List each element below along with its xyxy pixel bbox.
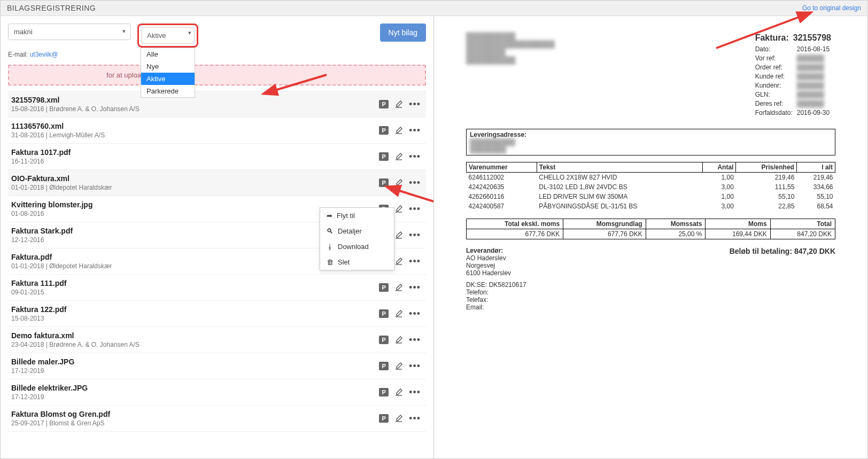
park-icon[interactable]: P: [379, 152, 389, 161]
account-select[interactable]: makni: [8, 24, 131, 40]
more-icon[interactable]: •••: [409, 259, 421, 264]
file-row[interactable]: Billede elektriker.JPG17-12-2019P•••: [8, 379, 426, 406]
invoice-line: 4242420635DL-3102 LED 1,8W 24VDC BS3,001…: [467, 182, 835, 192]
more-icon[interactable]: •••: [409, 337, 421, 343]
invoice-meta-table: Dato:2016-08-15Vor ref:██████Order ref:█…: [754, 44, 834, 118]
invoice-line: 4242400587PÅBYGNINGSDÅSE DL-31/51 BS3,00…: [467, 201, 835, 211]
park-icon[interactable]: P: [379, 414, 389, 423]
status-dropdown-list: Alle Nye Aktive Parkerede: [141, 48, 195, 98]
more-icon[interactable]: •••: [409, 416, 421, 421]
more-icon[interactable]: •••: [409, 363, 421, 369]
status-select[interactable]: Aktive: [141, 27, 195, 44]
status-option-parkerede[interactable]: Parkerede: [141, 85, 195, 97]
edit-icon[interactable]: [394, 126, 404, 135]
park-icon[interactable]: P: [379, 283, 389, 292]
file-row[interactable]: Faktura 111.pdf09-01-2015P•••: [8, 275, 426, 301]
more-icon[interactable]: •••: [409, 232, 421, 238]
edit-icon[interactable]: [394, 178, 404, 188]
page-title: BILAGSREGISTRERING: [7, 4, 96, 12]
park-icon[interactable]: P: [379, 100, 389, 108]
more-icon[interactable]: •••: [409, 285, 421, 290]
ctx-move[interactable]: ➦Flyt til: [320, 208, 394, 223]
edit-icon[interactable]: [394, 152, 404, 161]
more-icon[interactable]: •••: [409, 311, 421, 316]
status-option-alle[interactable]: Alle: [141, 48, 195, 60]
file-sub: 25-09-2017 | Blomst & Gren ApS: [11, 419, 379, 427]
ctx-download[interactable]: ⭳Download: [320, 239, 394, 254]
invoice-totals-table: Total ekskl. moms Momsgrundlag Momssats …: [466, 219, 835, 239]
context-menu: ➦Flyt til 🔍︎Detaljer ⭳Download 🗑Slet: [320, 207, 394, 270]
invoice-label: Faktura:: [755, 33, 792, 43]
file-name: Demo faktura.xml: [11, 331, 379, 340]
file-name: 111365760.xml: [11, 122, 379, 130]
edit-icon[interactable]: [394, 335, 404, 345]
more-icon[interactable]: •••: [409, 102, 421, 107]
file-sub: 23-04-2018 | Brødrene A. & O. Johansen A…: [11, 341, 379, 348]
more-icon[interactable]: •••: [409, 154, 421, 159]
share-icon: ➦: [327, 212, 332, 220]
email-label: E-mail:: [8, 51, 30, 58]
status-option-nye[interactable]: Nye: [141, 60, 195, 73]
edit-icon[interactable]: [394, 230, 404, 240]
park-icon[interactable]: P: [379, 178, 389, 187]
more-icon[interactable]: •••: [409, 390, 421, 395]
supplier-block: Leverandør: AO HaderslevNorgesvej6100 Ha…: [466, 247, 526, 311]
park-icon[interactable]: P: [379, 336, 389, 344]
magnifier-icon: 🔍︎: [327, 227, 334, 235]
edit-icon[interactable]: [394, 256, 404, 266]
file-sub: 17-12-2019: [11, 367, 379, 375]
edit-icon[interactable]: [394, 99, 404, 109]
ctx-details[interactable]: 🔍︎Detaljer: [320, 223, 394, 239]
download-icon: ⭳: [327, 243, 334, 251]
edit-icon[interactable]: [394, 414, 404, 423]
file-row[interactable]: Faktura 1017.pdf16-11-2016P•••: [8, 144, 426, 170]
file-row[interactable]: Faktura 122.pdf15-08-2013P•••: [8, 301, 426, 327]
file-sub: 16-11-2016: [11, 158, 379, 165]
file-name: 32155798.xml: [11, 96, 379, 104]
edit-icon[interactable]: [394, 204, 404, 214]
file-sub: 01-01-2018 | Øldepotet Haraldskær: [11, 184, 379, 191]
park-icon[interactable]: P: [379, 309, 389, 318]
file-name: OIO-Faktura.xml: [11, 174, 379, 183]
file-sub: 09-01-2015: [11, 289, 379, 296]
edit-icon[interactable]: [394, 309, 404, 318]
delivery-label: Leveringsadresse:: [470, 131, 526, 138]
file-name: Faktura Blomst og Gren.pdf: [11, 410, 379, 418]
file-row[interactable]: OIO-Faktura.xml01-01-2018 | Øldepotet Ha…: [8, 170, 426, 196]
invoice-number: 32155798: [793, 33, 834, 43]
file-row[interactable]: 111365760.xml31-08-2016 | Lemvigh-Müller…: [8, 118, 426, 144]
file-row[interactable]: Demo faktura.xml23-04-2018 | Brødrene A.…: [8, 327, 426, 353]
design-link[interactable]: Go to original design: [802, 4, 861, 12]
edit-icon[interactable]: [394, 387, 404, 397]
file-name: Faktura 111.pdf: [11, 279, 379, 287]
invoice-line: 4262660116LED DRIVER SLIM 6W 350MA1,0055…: [467, 192, 835, 201]
more-icon[interactable]: •••: [409, 128, 421, 133]
dropzone[interactable]: Træk og slip dine filer her ellefor at u…: [8, 65, 426, 85]
invoice-preview: ████████████████████████████████████████…: [434, 16, 867, 458]
more-icon[interactable]: •••: [409, 206, 421, 212]
file-sub: 31-08-2016 | Lemvigh-Müller A/S: [11, 131, 379, 139]
edit-icon[interactable]: [394, 361, 404, 371]
email-line: E-mail: ut3eviik@: [8, 51, 426, 58]
invoice-lines-table: Varenummer Tekst Antal Pris/enhed I alt …: [466, 162, 835, 211]
new-attachment-button[interactable]: Nyt bilag: [380, 24, 426, 42]
edit-icon[interactable]: [394, 283, 404, 292]
payment-total: Beløb til betaling: 847,20 DKK: [730, 247, 835, 311]
left-pane: makni Aktive Alle Nye Aktive Parkerede N…: [1, 16, 434, 458]
park-icon[interactable]: P: [379, 126, 389, 135]
account-select-wrap: makni: [8, 24, 131, 40]
file-row[interactable]: Faktura Blomst og Gren.pdf25-09-2017 | B…: [8, 406, 426, 432]
ctx-delete[interactable]: 🗑Slet: [320, 254, 394, 270]
file-sub: 15-08-2016 | Brødrene A. & O. Johansen A…: [11, 105, 379, 113]
file-row[interactable]: 32155798.xml15-08-2016 | Brødrene A. & O…: [8, 91, 426, 118]
status-select-highlight: Aktive Alle Nye Aktive Parkerede: [137, 24, 198, 48]
park-icon[interactable]: P: [379, 388, 389, 396]
email-link[interactable]: ut3eviik@: [30, 51, 58, 58]
supplier-label: Leverandør:: [466, 247, 503, 254]
park-icon[interactable]: P: [379, 362, 389, 370]
status-option-aktive[interactable]: Aktive: [141, 73, 195, 85]
more-icon[interactable]: •••: [409, 180, 421, 185]
file-name: Billede maler.JPG: [11, 357, 379, 366]
file-row[interactable]: Billede maler.JPG17-12-2019P•••: [8, 353, 426, 379]
file-list: 32155798.xml15-08-2016 | Brødrene A. & O…: [8, 91, 426, 451]
